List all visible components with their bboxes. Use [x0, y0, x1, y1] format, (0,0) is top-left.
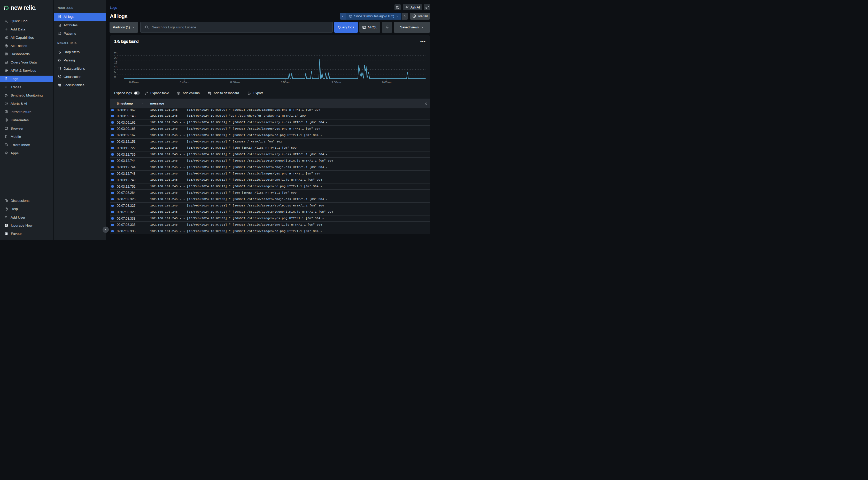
svg-text:10: 10 — [114, 66, 117, 69]
svg-text:15: 15 — [114, 61, 117, 64]
svg-text:8:55am: 8:55am — [281, 81, 290, 84]
svg-text:9:00am: 9:00am — [332, 81, 341, 84]
svg-text:8:40am: 8:40am — [129, 81, 139, 84]
svg-text:8:50am: 8:50am — [230, 81, 240, 84]
svg-text:8:45am: 8:45am — [180, 81, 189, 84]
svg-text:0: 0 — [114, 75, 116, 78]
svg-text:9:05am: 9:05am — [382, 81, 392, 84]
svg-text:25: 25 — [114, 52, 117, 55]
svg-text:5: 5 — [114, 70, 116, 74]
svg-text:20: 20 — [114, 56, 117, 59]
